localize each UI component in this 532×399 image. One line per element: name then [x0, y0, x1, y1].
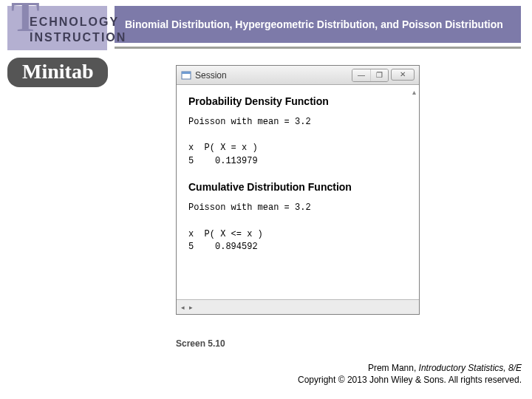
scroll-up-icon[interactable]: ▴	[412, 88, 416, 96]
page-title: Binomial Distribution, Hypergeometric Di…	[125, 18, 503, 31]
pdf-heading: Probability Density Function	[188, 95, 407, 107]
cdf-dist-line: Poisson with mean = 3.2	[188, 202, 407, 214]
credit-block: Prem Mann, Introductory Statistics, 8/E …	[298, 362, 522, 386]
pdf-dist-line: Poisson with mean = 3.2	[188, 116, 407, 129]
credit-title: Introductory Statistics, 8/E	[419, 363, 522, 373]
window-controls: — ❐ ✕	[352, 69, 415, 82]
session-window: Session — ❐ ✕ ▴ Probability Density Func…	[176, 65, 420, 315]
cdf-heading: Cumulative Distribution Function	[188, 181, 407, 193]
credit-line2: Copyright © 2013 John Wiley & Sons. All …	[298, 374, 522, 386]
credit-author: Prem Mann,	[368, 363, 419, 373]
header: T ECHNOLOGY INSTRUCTION Binomial Distrib…	[0, 0, 532, 59]
page-title-bar: Binomial Distribution, Hypergeometric Di…	[115, 6, 521, 43]
scroll-right-icon[interactable]: ▸	[189, 304, 193, 311]
credit-line1: Prem Mann, Introductory Statistics, 8/E	[298, 362, 522, 374]
session-statusbar: ◂ ▸	[177, 299, 419, 314]
minitab-brand: Minitab	[7, 58, 108, 87]
figure-caption: Screen 5.10	[176, 338, 225, 349]
session-title-text: Session	[195, 70, 227, 81]
scroll-left-icon[interactable]: ◂	[181, 304, 185, 311]
technology-instruction-label: ECHNOLOGY INSTRUCTION	[30, 15, 126, 46]
instruction-word: INSTRUCTION	[30, 30, 126, 46]
maximize-button[interactable]: ❐	[370, 69, 388, 81]
session-body: ▴ Probability Density Function Poisson w…	[177, 85, 419, 299]
technology-instruction-block: T ECHNOLOGY INSTRUCTION	[7, 6, 107, 50]
close-button[interactable]: ✕	[391, 69, 415, 81]
divider-line	[115, 47, 521, 49]
session-titlebar: Session — ❐ ✕	[177, 66, 419, 85]
cdf-table: x P( X <= x ) 5 0.894592	[188, 228, 407, 254]
session-icon	[181, 70, 191, 81]
technology-word: ECHNOLOGY	[30, 15, 126, 30]
minitab-label: Minitab	[7, 58, 108, 87]
svg-rect-1	[182, 72, 191, 74]
pdf-table: x P( X = x ) 5 0.113979	[188, 142, 407, 168]
minimize-button[interactable]: —	[352, 69, 370, 81]
